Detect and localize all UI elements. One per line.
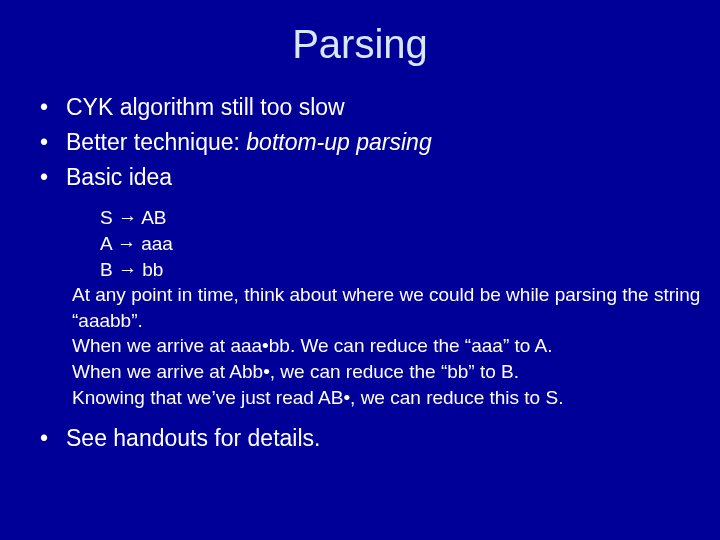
bullet-item: See handouts for details. [30, 424, 690, 453]
inner-line: When we arrive at Abb•, we can reduce th… [72, 359, 720, 385]
inner-line: Knowing that we’ve just read AB•, we can… [72, 385, 720, 411]
inner-line: When we arrive at aaa•bb. We can reduce … [72, 333, 720, 359]
inner-line: At any point in time, think about where … [72, 282, 720, 333]
bullet-list: See handouts for details. [0, 424, 720, 453]
grammar-rule: S → AB [100, 205, 720, 231]
bullet-text: See handouts for details. [66, 425, 320, 451]
bullet-item: Better technique: bottom-up parsing [30, 128, 690, 157]
bullet-item: Basic idea [30, 163, 690, 192]
grammar-rule: B → bb [100, 257, 720, 283]
bullet-list: CYK algorithm still too slow Better tech… [0, 93, 720, 191]
slide: Parsing CYK algorithm still too slow Bet… [0, 0, 720, 540]
inner-block: S → AB A → aaa B → bb At any point in ti… [72, 205, 720, 410]
slide-title: Parsing [0, 0, 720, 87]
bullet-text: Basic idea [66, 164, 172, 190]
bullet-text: CYK algorithm still too slow [66, 94, 345, 120]
bullet-text-italic: bottom-up parsing [246, 129, 431, 155]
grammar-rule: A → aaa [100, 231, 720, 257]
bullet-item: CYK algorithm still too slow [30, 93, 690, 122]
bullet-text: Better technique: [66, 129, 246, 155]
